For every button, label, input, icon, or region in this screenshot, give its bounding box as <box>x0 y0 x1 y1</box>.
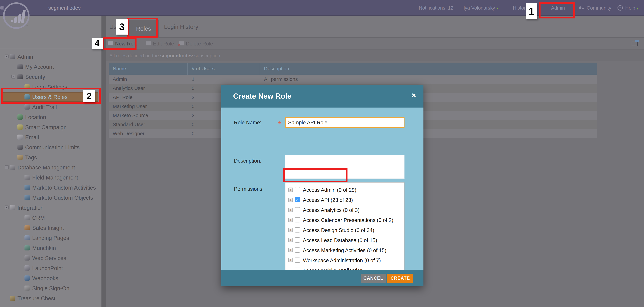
collapse-icon[interactable]: - <box>5 54 8 58</box>
delete-role-button[interactable]: Delete Role <box>186 38 213 50</box>
tree-item-my-account[interactable]: My Account <box>0 62 102 72</box>
page-icon <box>24 235 30 240</box>
checkbox[interactable] <box>295 238 300 242</box>
column-header-name[interactable]: Name <box>109 62 188 75</box>
close-icon[interactable]: × <box>412 92 416 99</box>
rocket-icon <box>24 266 30 270</box>
tree-item-integration[interactable]: -Integration <box>0 203 102 213</box>
roles-toolbar: + New Role Edit Role × Delete Role <box>106 38 644 50</box>
text-cursor <box>328 120 328 126</box>
description-label: Description: <box>234 158 262 164</box>
lock-icon <box>18 74 23 79</box>
gears-icon <box>24 255 30 260</box>
flame-star-icon <box>24 225 30 230</box>
help-menu[interactable]: Help▾ <box>625 0 638 16</box>
column-header-description[interactable]: Description <box>260 62 597 75</box>
collapse-icon[interactable]: - <box>5 206 8 209</box>
permission-row-access-analytics: +Access Analytics (0 of 3) <box>286 205 404 215</box>
tree-item-communication-limits[interactable]: Communication Limits <box>0 142 102 152</box>
collapse-icon[interactable]: - <box>12 75 15 78</box>
checkbox[interactable] <box>295 258 300 263</box>
tab-login-history[interactable]: Login History <box>164 16 198 38</box>
tree-item-admin[interactable]: -Admin <box>0 52 102 62</box>
checkbox[interactable] <box>295 207 300 212</box>
tree-item-single-sign-on[interactable]: Single Sign-On <box>0 283 102 293</box>
expand-icon[interactable]: + <box>288 188 293 192</box>
permission-row-access-admin: +Access Admin (0 of 29) <box>286 185 404 195</box>
tree-item-marketo-custom-objects[interactable]: Marketo Custom Objects <box>0 192 102 203</box>
workspace-name: segmentiodev <box>48 0 81 16</box>
permission-row-access-api: +✓Access API (23 of 23) <box>286 195 404 205</box>
modal-header[interactable]: Create New Role × <box>221 85 424 108</box>
column-header-users[interactable]: # of Users <box>188 62 260 75</box>
modal-footer: CANCEL CREATE <box>221 270 424 286</box>
checkbox-checked[interactable]: ✓ <box>295 197 300 202</box>
role-name-input[interactable]: Sample API Role <box>285 117 404 128</box>
logo-bar-large <box>21 10 26 23</box>
logo-bar-medium <box>18 14 22 23</box>
expand-icon[interactable]: + <box>288 198 293 202</box>
modal-title: Create New Role <box>233 85 291 108</box>
tag-icon <box>18 155 23 160</box>
tree-item-landing-pages[interactable]: Landing Pages <box>0 233 102 243</box>
tree-item-treasure-chest[interactable]: Treasure Chest <box>0 293 102 303</box>
expand-icon[interactable]: + <box>288 248 293 252</box>
tree-item-database-management[interactable]: -Database Management <box>0 162 102 172</box>
expand-icon[interactable]: + <box>288 228 293 232</box>
tree-item-email[interactable]: Email <box>0 132 102 142</box>
envelope-icon <box>18 134 23 140</box>
tree-item-webhooks[interactable]: Webhooks <box>0 273 102 283</box>
callout-number-2: 2 <box>83 90 95 102</box>
callout-box-3-roles-tab <box>127 18 158 38</box>
community-icon <box>579 6 582 9</box>
tree-item-crm[interactable]: CRM <box>0 213 102 223</box>
tree-item-marketo-custom-activities[interactable]: Marketo Custom Activities <box>0 182 102 192</box>
admin-sidebar: Admin... -Admin My Account -Security Log… <box>0 16 102 307</box>
expand-icon[interactable]: + <box>288 208 293 212</box>
tree-item-smart-campaign[interactable]: Smart Campaign <box>0 122 102 132</box>
checkbox[interactable] <box>295 187 300 192</box>
permission-row-workspace-admin: +Workspace Administration (0 of 7) <box>286 255 404 266</box>
person-icon <box>18 64 23 69</box>
expand-icon[interactable]: + <box>288 258 293 262</box>
notifications-link[interactable]: Notifications: 12 <box>419 0 453 16</box>
subscription-info-text: All roles defined on the segmentiodev su… <box>109 50 220 61</box>
collapse-icon[interactable]: - <box>5 165 8 169</box>
callout-box-1-admin <box>539 2 575 18</box>
tree-item-sales-insight[interactable]: Sales Insight <box>0 223 102 233</box>
layout-panel-icon[interactable] <box>632 42 638 46</box>
lightbulb-icon <box>18 124 23 130</box>
tree-item-munchkin[interactable]: Munchkin <box>0 243 102 253</box>
tree-item-tags[interactable]: Tags <box>0 152 102 162</box>
checkbox[interactable] <box>295 227 300 232</box>
database-icon <box>10 165 15 170</box>
keys-icon <box>24 286 30 291</box>
permissions-label: Permissions: <box>234 186 264 192</box>
tree-item-security[interactable]: -Security <box>0 72 102 82</box>
tree-item-web-services[interactable]: Web Services <box>0 253 102 263</box>
create-button[interactable]: CREATE <box>388 274 413 283</box>
marketo-logo[interactable] <box>3 2 30 29</box>
callout-number-1: 1 <box>526 3 537 19</box>
tree-item-launchpoint[interactable]: LaunchPoint <box>0 263 102 273</box>
logo-bar-small <box>14 17 18 23</box>
gear-icon <box>10 54 15 59</box>
role-name-label: Role Name: <box>234 120 262 126</box>
custom-activity-icon <box>24 185 30 190</box>
tree-item-location[interactable]: Location <box>0 112 102 122</box>
checkbox[interactable] <box>295 248 300 253</box>
user-menu[interactable]: Ilya Volodarsky▾ <box>462 0 498 16</box>
callout-box-access-api <box>283 168 348 182</box>
expand-icon[interactable]: + <box>288 218 293 222</box>
expand-icon[interactable]: + <box>288 238 293 242</box>
edit-role-icon <box>146 41 151 46</box>
database-cylinder-icon <box>24 215 30 220</box>
page: segmentiodev Notifications: 12 Ilya Volo… <box>0 0 644 307</box>
checkbox[interactable] <box>295 217 300 222</box>
panel-divider[interactable] <box>102 16 106 307</box>
cancel-button[interactable]: CANCEL <box>361 274 386 283</box>
edit-role-button[interactable]: Edit Role <box>153 38 174 50</box>
table-row[interactable]: Admin1All permissions <box>109 75 597 84</box>
community-link[interactable]: Community <box>587 0 611 16</box>
tree-item-field-management[interactable]: Field Management <box>0 172 102 182</box>
